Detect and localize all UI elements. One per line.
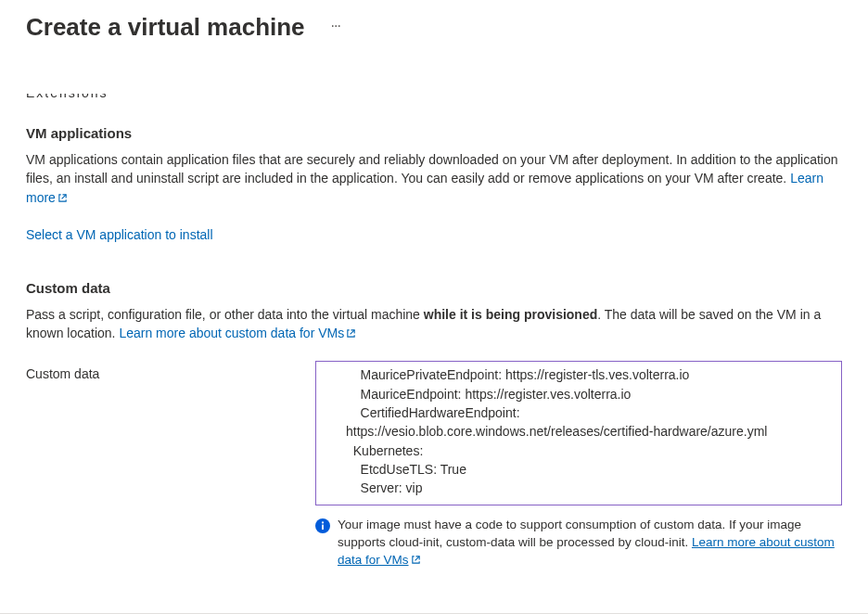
more-icon[interactable]: ···	[331, 18, 340, 38]
custom-data-textarea[interactable]	[315, 361, 842, 505]
external-link-icon	[346, 328, 356, 339]
page-header: Create a virtual machine ···	[0, 0, 868, 49]
custom-data-info: Your image must have a code to support c…	[315, 517, 842, 569]
custom-data-field-row: Custom data Your image must have a code …	[26, 361, 842, 569]
custom-data-field-label: Custom data	[26, 361, 315, 381]
vm-apps-desc-text: VM applications contain application file…	[26, 152, 838, 185]
vm-applications-heading: VM applications	[26, 125, 842, 141]
custom-data-field-control: Your image must have a code to support c…	[315, 361, 842, 569]
custom-data-desc-pre: Pass a script, configuration file, or ot…	[26, 307, 424, 322]
prev-section-cut: Extensions	[26, 94, 842, 101]
external-link-icon	[411, 555, 421, 565]
custom-data-info-text: Your image must have a code to support c…	[338, 517, 842, 569]
vm-applications-description: VM applications contain application file…	[26, 150, 842, 207]
svg-point-2	[322, 522, 324, 524]
custom-data-heading: Custom data	[26, 280, 842, 296]
content-area: Extensions VM applications VM applicatio…	[0, 94, 868, 569]
select-vm-application-link[interactable]: Select a VM application to install	[26, 227, 213, 242]
external-link-icon	[57, 193, 68, 203]
page-title: Create a virtual machine	[26, 13, 305, 42]
svg-rect-1	[322, 525, 324, 530]
custom-data-desc-bold: while it is being provisioned	[424, 307, 597, 322]
custom-data-description: Pass a script, configuration file, or ot…	[26, 305, 842, 343]
custom-data-learn-more-link[interactable]: Learn more about custom data for VMs	[119, 326, 356, 340]
info-icon	[315, 518, 330, 533]
